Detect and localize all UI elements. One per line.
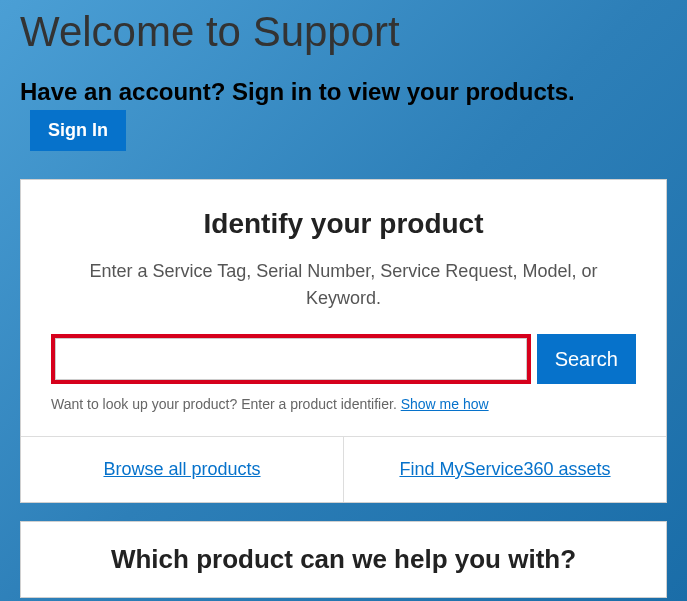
browse-products-cell: Browse all products <box>21 437 344 502</box>
signin-button[interactable]: Sign In <box>30 110 126 151</box>
which-product-card: Which product can we help you with? <box>20 521 667 598</box>
find-assets-cell: Find MyService360 assets <box>344 437 666 502</box>
hint-text: Want to look up your product? Enter a pr… <box>51 396 401 412</box>
bottom-links-row: Browse all products Find MyService360 as… <box>21 436 666 502</box>
hint-row: Want to look up your product? Enter a pr… <box>51 396 636 412</box>
identify-title: Identify your product <box>51 208 636 240</box>
identify-subtitle: Enter a Service Tag, Serial Number, Serv… <box>51 258 636 312</box>
search-input-highlight <box>51 334 531 384</box>
search-row: Search <box>51 334 636 384</box>
search-input[interactable] <box>55 338 527 380</box>
signin-prompt-row: Have an account? Sign in to view your pr… <box>20 74 667 151</box>
browse-all-products-link[interactable]: Browse all products <box>103 459 260 479</box>
identify-product-card: Identify your product Enter a Service Ta… <box>20 179 667 503</box>
search-button[interactable]: Search <box>537 334 636 384</box>
signin-prompt-text: Have an account? Sign in to view your pr… <box>20 78 575 105</box>
show-me-how-link[interactable]: Show me how <box>401 396 489 412</box>
page-title: Welcome to Support <box>20 8 667 56</box>
find-myservice360-assets-link[interactable]: Find MyService360 assets <box>399 459 610 479</box>
which-product-title: Which product can we help you with? <box>51 544 636 575</box>
